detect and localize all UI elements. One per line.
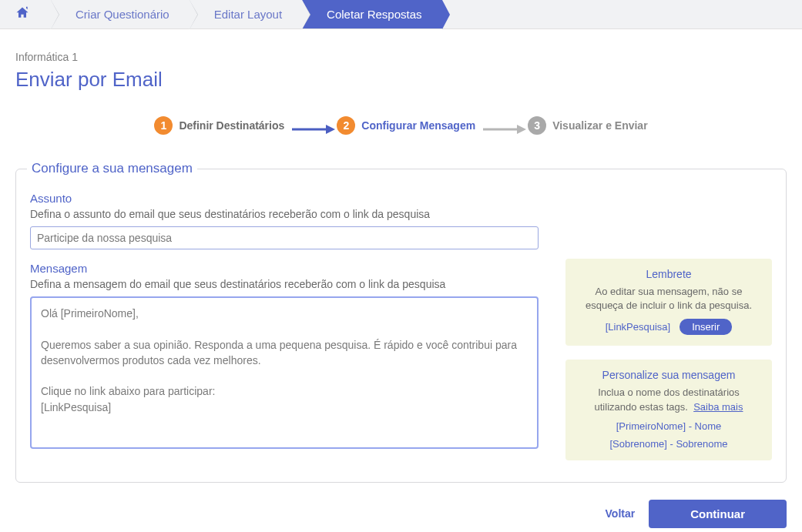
subject-title: Assunto (30, 192, 772, 205)
callout-title: Personalize sua mensagem (576, 369, 761, 381)
breadcrumb-collect[interactable]: Coletar Respostas (302, 0, 441, 28)
breadcrumb-bar: Criar Questionário Editar Layout Coletar… (0, 0, 802, 29)
panel-legend: Configure a sua mensagem (27, 161, 197, 176)
wizard-steps: 1 Definir Destinatários 2 Configurar Men… (15, 116, 787, 135)
survey-name: Informática 1 (15, 51, 787, 63)
callout-text: Ao editar sua mensagem, não se esqueça d… (576, 285, 761, 313)
subject-desc: Defina o assunto do email que seus desti… (30, 208, 772, 220)
callout-reminder: Lembrete Ao editar sua mensagem, não se … (565, 259, 772, 346)
svg-marker-1 (326, 125, 335, 134)
step-recipients[interactable]: 1 Definir Destinatários (154, 116, 284, 135)
step-number: 2 (337, 116, 355, 135)
learn-more-link[interactable]: Saiba mais (693, 401, 743, 413)
step-number: 1 (154, 116, 173, 135)
message-textarea[interactable] (30, 296, 539, 449)
step-message[interactable]: 2 Configurar Mensagem (337, 116, 475, 135)
callout-personalize: Personalize sua mensagem Inclua o nome d… (565, 360, 772, 460)
callout-text: Inclua o nome dos destinatários utilizan… (576, 386, 761, 413)
insert-link-button[interactable]: Inserir (680, 319, 732, 335)
step-label: Visualizar e Enviar (552, 119, 647, 132)
link-tag: [LinkPesquisa] (606, 321, 671, 333)
tag-firstname: [PrimeiroNome] - Nome (576, 420, 761, 432)
action-bar: Voltar Continuar (15, 500, 787, 528)
svg-marker-3 (517, 125, 526, 134)
breadcrumb-label: Editar Layout (214, 8, 282, 21)
callout-title: Lembrete (576, 268, 761, 280)
home-icon (14, 5, 31, 23)
configure-message-panel: Configure a sua mensagem Assunto Defina … (15, 161, 787, 483)
step-number: 3 (528, 116, 546, 135)
step-preview-send[interactable]: 3 Visualizar e Enviar (528, 116, 647, 135)
page-title: Enviar por Email (15, 68, 787, 92)
breadcrumb-home[interactable] (0, 0, 51, 28)
arrow-icon (483, 124, 520, 127)
breadcrumb-label: Coletar Respostas (327, 8, 421, 21)
breadcrumb-create[interactable]: Criar Questionário (51, 0, 190, 28)
step-label: Definir Destinatários (179, 119, 284, 132)
back-button[interactable]: Voltar (606, 507, 636, 520)
breadcrumb-edit-layout[interactable]: Editar Layout (190, 0, 302, 28)
breadcrumb-label: Criar Questionário (76, 8, 169, 21)
step-label: Configurar Mensagem (361, 119, 475, 132)
message-desc: Defina a mensagem do email que seus dest… (30, 278, 552, 290)
continue-button[interactable]: Continuar (649, 500, 787, 528)
message-title: Mensagem (30, 262, 552, 275)
arrow-icon (292, 124, 329, 127)
tag-lastname: [Sobrenome] - Sobrenome (576, 438, 761, 450)
subject-input[interactable] (30, 226, 539, 249)
